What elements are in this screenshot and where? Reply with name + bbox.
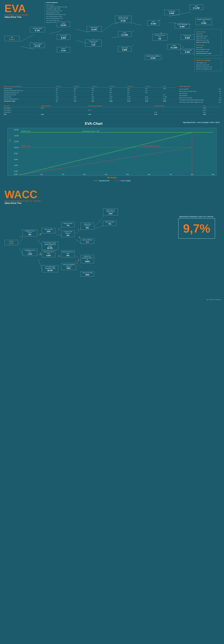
current-assets-box: Current Assets $ 400: [181, 48, 194, 54]
legend-op-label: Operating Profit: [99, 180, 109, 182]
after-tax-cost-debt-box: After-Tax Cost of Debt 4.8%: [42, 250, 55, 257]
contribution-box: Contribution $ 600: [164, 10, 179, 15]
pct-debt-box: % of Total Capital Supplied by Debt 40.0…: [42, 265, 58, 272]
eva-chart-section: EVA-Chart Operating Profit - Cost of Cap…: [0, 118, 224, 186]
col-header-6: Product 6: [144, 85, 162, 88]
svg-text:Cost of Capital = 77,76: Cost of Capital = 77,76: [142, 145, 159, 147]
oh-col-3: Factory Overhead: [153, 105, 202, 107]
x-wacc-5: X: [78, 259, 79, 262]
col-header-5: Product 5: [127, 85, 144, 88]
plus-crp: +: [78, 228, 79, 230]
table-row: Variable manufacturing cost per unit $ 5…: [3, 90, 176, 92]
svg-text:16.0%: 16.0%: [14, 129, 19, 130]
x-wacc-2: X: [39, 252, 41, 255]
svg-line-52: [19, 238, 23, 244]
svg-text:200: 200: [62, 174, 64, 175]
legend-coc: Cost of Capital: [115, 180, 131, 182]
col-header-2: Product 2: [73, 85, 91, 88]
table-row: Planned Sales $ 10 $ 45 $ 80 $ 150 $ 284…: [3, 96, 176, 98]
wacc-big-display: 9,7%: [178, 218, 215, 239]
sales-top-box: Sales $ 1,000: [190, 4, 203, 10]
svg-line-2: [49, 32, 60, 34]
income-tax-box: (1-Rate of Income Tax) 0.6: [152, 34, 167, 41]
weighted-cost-equity-box: Weighted Cost of Equity 8%: [22, 230, 37, 236]
table-row: Cost Center 1 $ 200 $ 200: [3, 107, 221, 109]
x-wacc-3: X: [58, 255, 60, 258]
div-op1: /: [133, 30, 134, 32]
tables-section: Sales & var. cost of goods sold Product …: [0, 84, 224, 118]
col-header-3: Product 3: [91, 85, 109, 88]
profit-margin-box: Profit Margin 12.0%: [87, 26, 102, 32]
other-rates-panel: Other Input Data: Income Tax Rate40% Rat…: [179, 85, 221, 103]
svg-text:0.0%: 0.0%: [14, 173, 18, 175]
assets-box: Assets $ 1,000: [167, 44, 181, 50]
rona-box: RONA 15.0%: [57, 22, 70, 27]
svg-text:6.0%: 6.0%: [14, 158, 18, 160]
svg-line-0: [20, 34, 34, 42]
col-header-7: Total: [162, 85, 176, 88]
table-row: Cost Center 3 $ 100 $ 100: [3, 111, 221, 113]
chart-container: 16.0% 14.0% 12.0% 10.0% 8.0% 6.0% 4.0% 2…: [7, 128, 217, 176]
div-op2: /: [133, 44, 134, 47]
svg-text:2.0%: 2.0%: [14, 170, 18, 172]
svg-line-7: [102, 24, 112, 32]
market-risk-premium-box: Market Risk Premium 5%: [81, 223, 94, 230]
weighted-cost-debt-box: Weighted Cost of Debt 1.9%: [22, 249, 37, 256]
chart-subtitle: Operating Profit - Cost of Capital = EVA…: [183, 122, 220, 123]
col-header-0: Sales & var. cost of goods sold: [3, 85, 55, 88]
ifl-panel: Interest Free Liabilities Trade liabilit…: [195, 58, 221, 71]
svg-text:4.0%: 4.0%: [14, 164, 18, 166]
pct-equity-box: Percentage of Total Capital Supplied by …: [42, 241, 58, 250]
sales-mid-box: Sales $ 1,000: [118, 32, 131, 37]
oh-col-1: Selling Overhead: [40, 105, 87, 107]
svg-line-3: [60, 29, 63, 32]
eva-logo: EVA: [4, 3, 28, 14]
svg-text:WACC 9,7%: WACC 9,7%: [21, 145, 31, 147]
svg-line-49: [20, 147, 192, 175]
table-row: Expected sales in units $ 2 $ 0 $ 9 $ 5 …: [3, 94, 176, 96]
table-row: Variable manufacturing cost $ 10 $ 24 $ …: [3, 98, 176, 100]
svg-line-62: [95, 216, 104, 226]
svg-text:300: 300: [83, 174, 86, 175]
table-row: Contribution margin per unit $ 4 $ 7 $ 8…: [3, 92, 176, 94]
fixed-overhead-box: Fixed Overhead $ 400: [175, 23, 190, 28]
chart-legend: Operating Profit Cost of Capital: [4, 180, 220, 182]
cost-equity-box: Cost of Equity 13%: [42, 228, 55, 233]
svg-text:500: 500: [126, 174, 129, 175]
footer-credit: (BY ADRIAN CHIOGNA): [0, 298, 224, 304]
before-tax-op-profit-box: Before-Tax Operating Profit in % 100%: [81, 255, 94, 263]
svg-text:14.0%: 14.0%: [14, 135, 19, 136]
svg-line-8: [112, 23, 118, 24]
operating-profit-box: Operating Profit $ 120: [30, 27, 45, 32]
svg-text:RONA 15 %: RONA 15 %: [21, 130, 30, 132]
fixed-assets-box: Fixed Assets $ 600: [181, 34, 194, 40]
oh-col-0: Overhead: [3, 105, 40, 107]
after-tax-op-profit-box: After-Tax Operating Profit in % 60%: [61, 263, 76, 270]
eva-section: EVA ECONOMIC VALUE ADDED Value Driver Tr…: [0, 0, 224, 84]
net-assets-box: Net Assets $ 800: [57, 34, 70, 40]
svg-text:100: 100: [40, 174, 43, 175]
minus-rrm: -: [100, 220, 101, 223]
plus-wacc: +: [20, 236, 21, 238]
eva-subtitle1: ECONOMIC VALUE ADDED: [4, 14, 28, 16]
wacc-big-value: WEIGHTED AVERAGE COST OF CAPITAL 9,7%: [178, 216, 215, 239]
wacc-subtitle1: WEIGHTED AVERAGE COST OF CAPITAL: [4, 200, 41, 202]
net-assets-mid-box: Net Assets $ 800: [118, 46, 131, 52]
svg-text:EVA: EVA: [9, 139, 10, 142]
legend-op: Operating Profit: [93, 180, 109, 182]
beta-coefficient-box: Beta Coefficient 1.1: [81, 238, 94, 244]
income-statement-panel: Income Statement Sales: $ 1,000 Less: Va…: [45, 2, 67, 23]
ebit-box: EBIT $ 200: [147, 20, 160, 26]
table-row: Cost Center 2 $ 100 $ 100: [3, 109, 221, 111]
svg-text:10.0%: 10.0%: [14, 146, 19, 148]
income-tax-rate-box: Income Tax Rate 40%: [81, 271, 94, 277]
legend-red-line: [115, 180, 120, 181]
svg-line-10: [130, 22, 142, 26]
table-row: Unit sales price $ 5 $ 15 $ 20 $ 40 $ 50…: [3, 88, 176, 90]
op-profit-bi-box: (Before Interest) Operating Profit $ 120: [115, 16, 131, 23]
total-net-asset-box: Total Net Asset Turnover 1.25: [85, 40, 102, 47]
svg-line-48: [20, 132, 192, 175]
wacc-section: WACC WEIGHTED AVERAGE COST OF CAPITAL Va…: [0, 186, 224, 298]
eva-value-box: EVA $ 42.2: [4, 36, 19, 41]
risk-free-rate2-box: Risk-Free Rate 7%: [103, 220, 116, 226]
